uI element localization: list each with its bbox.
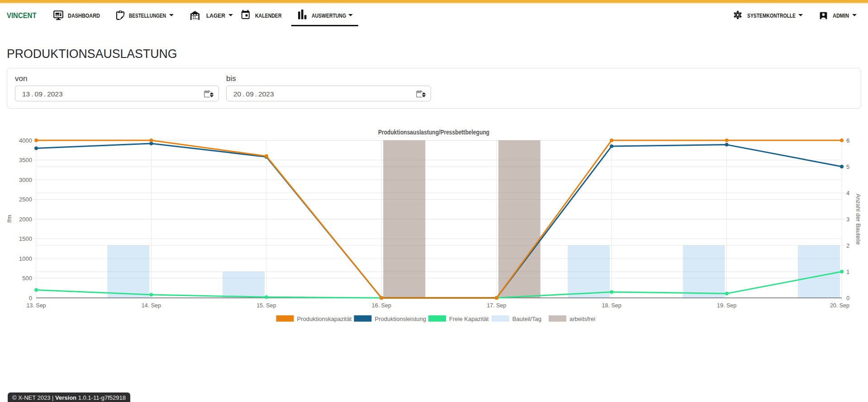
svg-text:1500: 1500 xyxy=(19,235,32,242)
svg-text:17. Sep: 17. Sep xyxy=(487,302,506,309)
svg-text:Produktionsleistung: Produktionsleistung xyxy=(375,316,426,322)
svg-text:18. Sep: 18. Sep xyxy=(602,302,621,309)
svg-text:1000: 1000 xyxy=(19,255,32,262)
svg-text:19. Sep: 19. Sep xyxy=(717,302,736,309)
svg-text:2: 2 xyxy=(846,242,849,249)
svg-text:1: 1 xyxy=(846,268,849,275)
svg-text:Produktionsauslastung/Pressbet: Produktionsauslastung/Pressbettbelegung xyxy=(378,129,489,136)
svg-text:4000: 4000 xyxy=(19,137,32,144)
svg-text:6: 6 xyxy=(846,137,849,144)
svg-text:14. Sep: 14. Sep xyxy=(142,302,161,309)
svg-text:500: 500 xyxy=(22,275,32,282)
svg-text:Produktionskapazität: Produktionskapazität xyxy=(297,316,352,322)
svg-text:3000: 3000 xyxy=(19,177,32,183)
svg-text:5: 5 xyxy=(846,163,849,170)
svg-text:16. Sep: 16. Sep xyxy=(372,302,391,309)
svg-text:0: 0 xyxy=(29,295,32,302)
svg-text:0: 0 xyxy=(846,295,849,302)
svg-text:lfm: lfm xyxy=(6,215,13,222)
svg-text:Anzahl der Bauteile: Anzahl der Bauteile xyxy=(855,194,862,245)
svg-text:3500: 3500 xyxy=(19,157,32,163)
svg-text:2500: 2500 xyxy=(19,196,32,203)
svg-text:20. Sep: 20. Sep xyxy=(830,302,849,309)
svg-text:Bauteil/Tag: Bauteil/Tag xyxy=(512,316,541,322)
svg-text:13. Sep: 13. Sep xyxy=(26,302,46,309)
svg-text:4: 4 xyxy=(846,190,849,196)
svg-text:3: 3 xyxy=(846,216,849,223)
svg-text:arbeitsfrei: arbeitsfrei xyxy=(569,316,595,322)
svg-text:15. Sep: 15. Sep xyxy=(256,302,276,309)
svg-text:Freie Kapazität: Freie Kapazität xyxy=(449,316,489,322)
svg-text:2000: 2000 xyxy=(19,216,32,223)
